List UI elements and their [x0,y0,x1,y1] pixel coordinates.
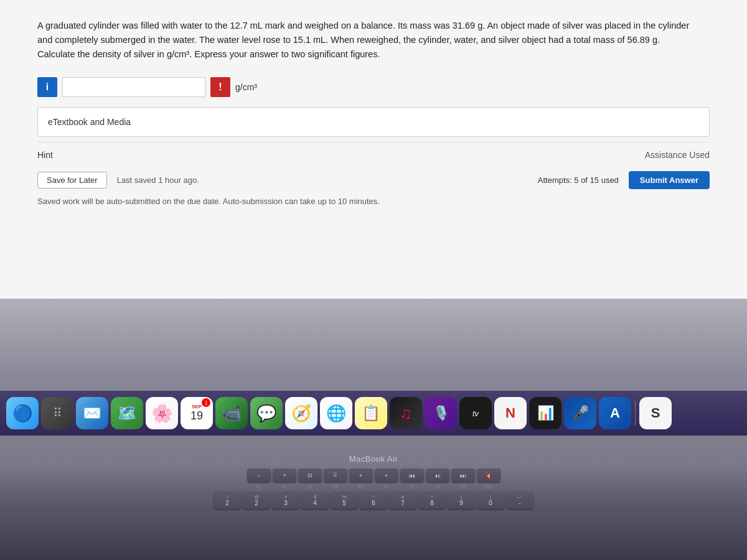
mail-icon: ✉️ [83,404,101,422]
key-rparen-0[interactable]: ) 0 [477,492,504,509]
key-play-pause[interactable]: ⏯ [426,469,449,482]
dock-icon-music[interactable]: ♫ [390,397,422,429]
fn-label-f2: F2 [273,485,296,489]
dock-bar: 🔵 ⠿ ✉️ 🗺️ 🌸 SEP 19 1 📹 💬 [0,391,747,436]
appletv-icon: tv [472,409,479,418]
dock-icon-finder[interactable]: 🔵 [6,397,39,429]
music-icon: ♫ [400,404,412,423]
save-row: Save for Later Last saved 1 hour ago. At… [37,171,710,189]
fn-label-f1: F1 [247,485,271,489]
key-fast-forward[interactable]: ⏭ [451,469,475,482]
dock-icon-mail[interactable]: ✉️ [76,397,108,429]
key-launchpad-fn[interactable]: ⠿ [324,469,347,482]
key-caret-6[interactable]: ^ 6 [360,492,387,509]
facetime-icon: 📹 [222,404,242,423]
dock-icon-maps[interactable]: 🗺️ [111,397,143,429]
key-star-8[interactable]: * 8 [418,492,446,509]
dock-icon-calendar[interactable]: SEP 19 1 [181,397,213,429]
dock-icon-messages[interactable]: 💬 [250,397,283,429]
fn-label-f3: F3 [298,485,322,489]
messages-icon: 💬 [256,404,276,423]
keyboard-area: ☀ ☀ ⊟ ⠿ ✦ ✦ ⏮ ⏯ ⏭ 🔇 F1 F2 F3 F4 [0,464,747,560]
info-button[interactable]: i [37,77,57,97]
macbook-label: MacBook Air [349,454,398,464]
fn-label-f8: F8 [426,485,449,489]
page-content: A graduated cylinder was filled with wat… [0,0,747,299]
mac-screen-bottom: 🔵 ⠿ ✉️ 🗺️ 🌸 SEP 19 1 📹 💬 [0,299,747,560]
submit-answer-button[interactable]: Submit Answer [629,171,710,189]
save-for-later-button[interactable]: Save for Later [37,172,107,189]
safari-icon: 🧭 [291,404,311,423]
key-hash-3[interactable]: # 3 [272,492,299,509]
fn-label-f9: F9 [451,485,475,489]
answer-input[interactable] [62,77,205,97]
dock-icon-news[interactable]: N [494,397,527,429]
answer-row: i ! g/cm³ [37,77,710,97]
fn-label-row: F1 F2 F3 F4 F5 F6 F7 F8 F9 F10 [247,485,500,489]
fn-key-row: ☀ ☀ ⊟ ⠿ ✦ ✦ ⏮ ⏯ ⏭ 🔇 [247,469,500,482]
auto-submit-text: Saved work will be auto-submitted on the… [37,195,411,208]
calendar-month: SEP [192,404,202,409]
key-dollar-4[interactable]: $ 4 [301,492,329,509]
etextbook-section[interactable]: eTextbook and Media [37,107,710,137]
question-text: A graduated cylinder was filled with wat… [37,19,691,62]
dock-icon-notes[interactable]: 📋 [355,397,387,429]
key-kb-light-down[interactable]: ✦ [349,469,373,482]
fn-label-f5: F5 [349,485,373,489]
anki-icon: A [610,405,620,421]
dock-icon-photos[interactable]: 🌸 [146,397,178,429]
dock-icon-facetime[interactable]: 📹 [215,397,248,429]
hint-assistance-row: Hint Assistance Used [37,142,710,162]
dock-icon-app-s[interactable]: S [639,397,672,429]
etextbook-label: eTextbook and Media [48,117,131,127]
key-excl-1[interactable]: ! 2 [214,492,241,509]
news-icon: N [505,405,515,421]
key-lparen-9[interactable]: ( 9 [448,492,475,509]
calendar-badge: 1 [202,398,210,407]
key-dash[interactable]: — - [506,492,533,509]
chrome-icon: 🌐 [326,404,346,423]
launchpad-icon: ⠿ [53,406,62,421]
dock-icon-chrome[interactable]: 🌐 [320,397,352,429]
key-percent-5[interactable]: % 5 [331,492,358,509]
key-rewind[interactable]: ⏮ [400,469,424,482]
dock-icon-appletv[interactable]: tv [459,397,492,429]
key-mute[interactable]: 🔇 [477,469,500,482]
dock-icon-podcasts[interactable]: 🎙️ [425,397,457,429]
maps-icon: 🗺️ [118,404,136,422]
error-button[interactable]: ! [210,77,230,97]
fn-label-f7: F7 [400,485,424,489]
key-mission-control[interactable]: ⊟ [298,469,322,482]
dock-icon-anki[interactable]: A [599,397,631,429]
hint-label[interactable]: Hint [37,150,53,160]
dock-icon-safari[interactable]: 🧭 [285,397,317,429]
key-kb-light-up[interactable]: ✦ [375,469,398,482]
keynote-icon: 🎤 [572,405,589,421]
dock-icon-keynote[interactable]: 🎤 [564,397,596,429]
dock-icon-launchpad[interactable]: ⠿ [41,397,73,429]
notes-icon: 📋 [362,404,380,422]
key-brightness-down[interactable]: ☀ [247,469,271,482]
unit-label: g/cm³ [235,82,257,92]
photos-icon: 🌸 [151,403,173,424]
key-brightness-up[interactable]: ☀ [273,469,296,482]
fn-label-f10: F10 [477,485,500,489]
app-s-icon: S [651,405,660,421]
fn-label-f4: F4 [324,485,347,489]
calendar-day: 19 [190,409,203,422]
dock-icon-stocks[interactable]: 📊 [529,397,561,429]
dock-separator [635,401,636,426]
stocks-icon: 📊 [537,405,554,421]
fn-label-f6: F6 [375,485,398,489]
key-at-2[interactable]: @ 2 [243,492,270,509]
assistance-used-label: Assistance Used [645,150,710,160]
number-key-row: ! 2 @ 2 # 3 $ 4 % 5 ^ 6 [214,492,533,509]
last-saved-text: Last saved 1 hour ago. [117,175,199,185]
key-amp-7[interactable]: & 7 [389,492,416,509]
attempts-text: Attempts: 5 of 15 used [538,175,619,185]
podcasts-icon: 🎙️ [433,405,449,421]
finder-icon: 🔵 [12,404,32,423]
